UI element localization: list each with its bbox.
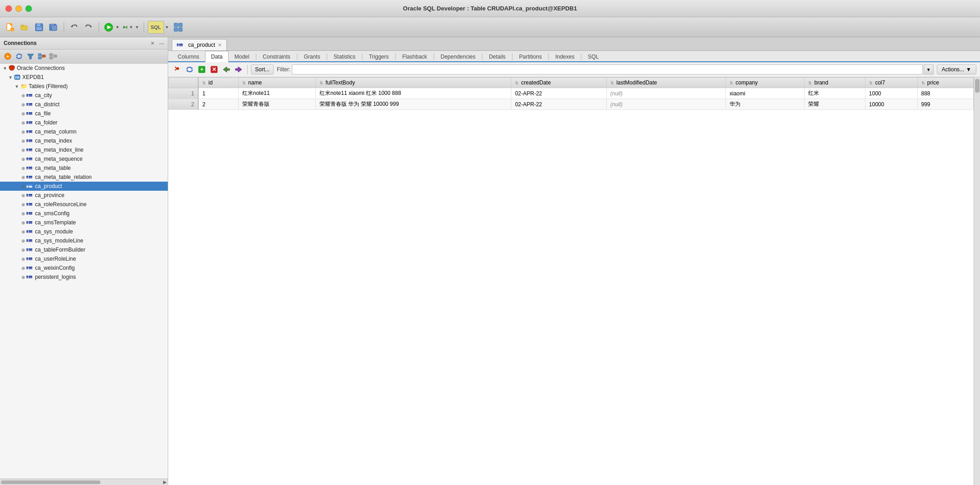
tree-item-ca_city[interactable]: ⊕ ca_city [0, 91, 168, 100]
cell-row2-company[interactable]: 华为 [726, 99, 805, 110]
tab-close-button[interactable]: ✕ [218, 42, 222, 48]
cell-row2-lastModifiedDate[interactable]: (null) [606, 99, 725, 110]
tree-item-ca_district[interactable]: ⊕ ca_district [0, 100, 168, 109]
col-header-createdDate[interactable]: ⇅ createdDate [511, 78, 607, 88]
filter-input[interactable] [292, 64, 923, 74]
tree-item-xepdb1[interactable]: ▼ DB XEPDB1 [0, 73, 168, 82]
tree-item-persistent_logins[interactable]: ⊕ persistent_logins [0, 272, 168, 282]
cell-row2-id[interactable]: 2 [198, 99, 238, 110]
maximize-button[interactable] [25, 5, 32, 12]
table-row[interactable]: 1 1 红米note11 红米note11 xiaomi 红米 1000 888… [169, 88, 974, 99]
filter-dropdown-arrow[interactable]: ▼ [924, 64, 934, 74]
tab-ca_product[interactable]: ca_product ✕ [172, 39, 227, 50]
cell-row1-lastModifiedDate[interactable]: (null) [606, 88, 725, 99]
tree-item-ca_meta_sequence[interactable]: ⊕ ca_meta_sequence [0, 154, 168, 163]
tree-item-ca_roleResourceLine[interactable]: ⊕ ca_roleResourceLine [0, 200, 168, 209]
sidebar-scrollbar-thumb[interactable] [1, 480, 100, 484]
sub-tab-columns[interactable]: Columns [172, 51, 205, 62]
col-header-fullTextBody[interactable]: ⇅ fullTextBody [315, 78, 511, 88]
tree-toggle-xepdb1[interactable]: ▼ [7, 74, 14, 80]
actions-button[interactable]: Actions... ▼ [937, 64, 976, 74]
close-button[interactable] [5, 5, 12, 12]
cell-row1-createdDate[interactable]: 02-APR-22 [511, 88, 607, 99]
cell-row1-col7[interactable]: 1000 [865, 88, 917, 99]
sort-button[interactable]: Sort... [251, 64, 274, 74]
freeze-icon[interactable] [172, 64, 183, 75]
run-button[interactable]: ▼ [103, 21, 120, 34]
step-dropdown-arrow[interactable]: ▼ [134, 24, 140, 30]
delete-row-icon[interactable]: ✕ [209, 64, 220, 75]
tree-item-ca_sys_moduleLine[interactable]: ⊕ ca_sys_moduleLine [0, 236, 168, 245]
save-all-icon[interactable] [47, 21, 60, 34]
sub-tab-sql[interactable]: SQL [582, 51, 605, 62]
cell-row2-createdDate[interactable]: 02-APR-22 [511, 99, 607, 110]
tree-item-ca_tableFormBuilder[interactable]: ⊕ ca_tableFormBuilder [0, 245, 168, 254]
col-header-price[interactable]: ⇅ price [917, 78, 974, 88]
tree-toggle-ca_city[interactable]: ⊕ [20, 92, 26, 99]
tree-toggle[interactable]: ▼ [2, 65, 8, 71]
reports-icon[interactable] [172, 21, 185, 34]
step-button[interactable]: ▼ ▼ [122, 21, 140, 34]
tree-item-ca_meta_index_line[interactable]: ⊕ ca_meta_index_line [0, 145, 168, 154]
right-scrollbar[interactable] [974, 77, 980, 485]
run-dropdown-arrow[interactable]: ▼ [115, 24, 120, 30]
sidebar-scrollbar[interactable]: ▶ [0, 479, 168, 485]
sub-tab-grants[interactable]: Grants [298, 51, 326, 62]
tree-item-ca_userRoleLine[interactable]: ⊕ ca_userRoleLine [0, 254, 168, 263]
cell-row2-fullTextBody[interactable]: 荣耀青春版 华为 荣耀 10000 999 [315, 99, 511, 110]
tree-toggle-tables[interactable]: ▼ [14, 83, 20, 89]
sub-tab-statistics[interactable]: Statistics [328, 51, 361, 62]
tree-item-tables-filtered[interactable]: ▼ 📁 Tables (Filtered) [0, 82, 168, 91]
tree-item-ca_smsTemplate[interactable]: ⊕ ca_smsTemplate [0, 218, 168, 227]
cell-row2-name[interactable]: 荣耀青春版 [238, 99, 315, 110]
commit-icon[interactable] [221, 64, 232, 75]
sidebar-close-icon[interactable]: ✕ [150, 40, 155, 46]
tree-item-ca_folder[interactable]: ⊕ ca_folder [0, 118, 168, 127]
cell-row1-fullTextBody[interactable]: 红米note11 xiaomi 红米 1000 888 [315, 88, 511, 99]
cell-row1-id[interactable]: 1 [198, 88, 238, 99]
sub-tab-model[interactable]: Model [229, 51, 255, 62]
tree-item-ca_sys_module[interactable]: ⊕ ca_sys_module [0, 227, 168, 236]
cell-row2-price[interactable]: 999 [917, 99, 974, 110]
cell-row1-company[interactable]: xiaomi [726, 88, 805, 99]
sub-tab-dependencies[interactable]: Dependencies [435, 51, 481, 62]
disconnect-icon[interactable] [48, 51, 58, 61]
col-header-name[interactable]: ⇅ name [238, 78, 315, 88]
cell-row1-name[interactable]: 红米note11 [238, 88, 315, 99]
sub-tab-details[interactable]: Details [483, 51, 512, 62]
minimize-button[interactable] [15, 5, 22, 12]
undo-icon[interactable] [68, 21, 80, 34]
tree-item-ca_product[interactable]: ⊕ ca_product [0, 182, 168, 191]
tree-item-ca_province[interactable]: ⊕ ca_province [0, 191, 168, 200]
add-connection-icon[interactable]: + [3, 51, 13, 61]
col-header-lastModifiedDate[interactable]: ⇅ lastModifiedDate [606, 78, 725, 88]
sidebar-minimize-icon[interactable]: — [159, 40, 164, 46]
tree-item-ca_file[interactable]: ⊕ ca_file [0, 109, 168, 118]
cell-row2-brand[interactable]: 荣耀 [805, 99, 865, 110]
sub-tab-constraints[interactable]: Constraints [257, 51, 296, 62]
cell-row1-price[interactable]: 888 [917, 88, 974, 99]
window-controls[interactable] [5, 5, 32, 12]
tree-item-ca_meta_table_relation[interactable]: ⊕ ca_meta_table_relation [0, 173, 168, 182]
new-file-icon[interactable]: + [4, 21, 16, 34]
save-icon[interactable] [33, 21, 45, 34]
sub-tab-partitions[interactable]: Partitions [513, 51, 548, 62]
insert-row-icon[interactable]: + [196, 64, 207, 75]
rollback-icon[interactable] [233, 64, 244, 75]
col-header-col7[interactable]: ⇅ col7 [865, 78, 917, 88]
sql-button[interactable]: SQL ▼ [148, 21, 170, 34]
sub-tab-triggers[interactable]: Triggers [363, 51, 395, 62]
filter-connections-icon[interactable] [25, 51, 35, 61]
redo-icon[interactable] [82, 21, 95, 34]
cell-row2-col7[interactable]: 10000 [865, 99, 917, 110]
schema-browser-icon[interactable] [37, 51, 47, 61]
table-row[interactable]: 2 2 荣耀青春版 荣耀青春版 华为 荣耀 10000 999 02-APR-2… [169, 99, 974, 110]
refresh-connections-icon[interactable] [14, 51, 24, 61]
tree-item-ca_meta_index[interactable]: ⊕ ca_meta_index [0, 136, 168, 145]
sidebar-scroll-right[interactable]: ▶ [163, 480, 167, 485]
sub-tab-flashback[interactable]: Flashback [396, 51, 433, 62]
sub-tab-data[interactable]: Data [205, 51, 228, 62]
col-header-brand[interactable]: ⇅ brand [805, 78, 865, 88]
sql-dropdown-arrow[interactable]: ▼ [164, 24, 170, 30]
right-scrollbar-thumb[interactable] [975, 79, 980, 93]
